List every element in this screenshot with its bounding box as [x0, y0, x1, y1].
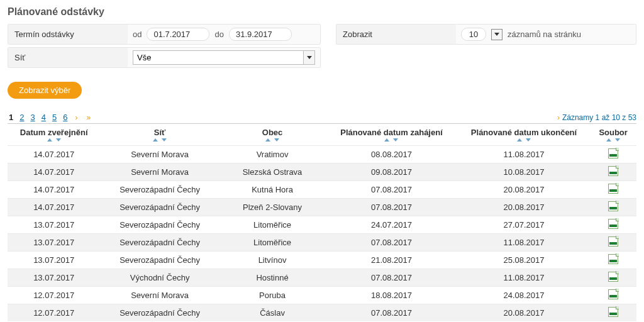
page-title: Plánované odstávky	[8, 6, 636, 18]
col-file-header: Soubor	[592, 128, 634, 137]
sort-pub-asc-icon[interactable]	[47, 138, 52, 142]
excel-file-icon[interactable]	[608, 272, 618, 282]
sort-start-asc-icon[interactable]	[384, 138, 389, 142]
do-label: do	[214, 30, 223, 39]
cell-start: 09.08.2017	[325, 164, 458, 181]
cell-file	[590, 287, 636, 304]
cell-file	[590, 199, 636, 216]
submit-button[interactable]: Zobrazit výběr	[8, 82, 82, 99]
cell-file	[590, 304, 636, 322]
col-pub-header: Datum zveřejnění	[10, 128, 97, 137]
per-page-suffix: záznamů na stránku	[508, 30, 581, 39]
cell-net: Severní Morava	[100, 287, 219, 304]
cell-net: Severní Morava	[100, 164, 219, 181]
pager-next-icon[interactable]: ›	[74, 113, 79, 122]
table-row: 14.07.2017Severozápadní ČechyPlzeň 2-Slo…	[8, 199, 636, 216]
cell-obec: Litvínov	[219, 252, 325, 269]
cell-obec: Čáslav	[219, 304, 325, 322]
table-row: 14.07.2017Severní MoravaSlezská Ostrava0…	[8, 164, 636, 181]
od-label: od	[133, 30, 142, 39]
excel-file-icon[interactable]	[608, 148, 618, 158]
excel-file-icon[interactable]	[608, 184, 618, 194]
per-page-value[interactable]: 10	[461, 28, 486, 41]
date-from-input[interactable]: 01.7.2017	[147, 28, 209, 41]
cell-obec: Litoměřice	[219, 234, 325, 252]
cell-start: 21.08.2017	[325, 252, 458, 269]
cell-start: 18.08.2017	[325, 287, 458, 304]
cell-obec: Poruba	[219, 287, 325, 304]
filter-network: Síť Vše	[8, 47, 321, 68]
cell-file	[590, 146, 636, 164]
cell-net: Severozápadní Čechy	[100, 216, 219, 234]
pager-page-3[interactable]: 3	[30, 113, 35, 122]
date-to-input[interactable]: 31.9.2017	[229, 28, 292, 41]
excel-file-icon[interactable]	[608, 219, 618, 229]
sort-net-asc-icon[interactable]	[153, 138, 158, 142]
sort-pub-desc-icon[interactable]	[56, 138, 61, 142]
table-row: 13.07.2017Severozápadní ČechyLitvínov21.…	[8, 252, 636, 269]
cell-obec: Slezská Ostrava	[219, 164, 325, 181]
pager-last-icon[interactable]: »	[85, 113, 92, 122]
col-net-header: Síť	[103, 128, 216, 137]
col-obec-header: Obec	[222, 128, 323, 137]
cell-pub: 14.07.2017	[8, 146, 100, 164]
col-start-header: Plánované datum zahájení	[328, 128, 455, 137]
sort-end-desc-icon[interactable]	[526, 138, 531, 142]
filter-network-label: Síť	[8, 48, 128, 67]
cell-pub: 14.07.2017	[8, 164, 100, 181]
sort-obec-desc-icon[interactable]	[274, 138, 279, 142]
cell-obec: Vratimov	[219, 146, 325, 164]
cell-end: 11.08.2017	[458, 146, 591, 164]
filter-perpage: Zobrazit 10 záznamů na stránku	[336, 24, 636, 45]
sort-start-desc-icon[interactable]	[393, 138, 398, 142]
cell-obec: Hostinné	[219, 269, 325, 287]
table-row: 13.07.2017Severozápadní ČechyLitoměřice2…	[8, 216, 636, 234]
excel-file-icon[interactable]	[608, 289, 618, 299]
excel-file-icon[interactable]	[608, 236, 618, 247]
filter-term-label: Termín odstávky	[8, 25, 128, 44]
table-row: 13.07.2017Severozápadní ČechyLitoměřice0…	[8, 234, 636, 252]
pager-page-6[interactable]: 6	[63, 113, 67, 122]
cell-obec: Plzeň 2-Slovany	[219, 199, 325, 216]
cell-file	[590, 181, 636, 199]
pager-page-5[interactable]: 5	[52, 113, 57, 122]
excel-file-icon[interactable]	[608, 166, 618, 176]
sort-file-asc-icon[interactable]	[606, 138, 611, 142]
excel-file-icon[interactable]	[608, 201, 618, 211]
pager-page-2[interactable]: 2	[19, 113, 24, 122]
sort-file-desc-icon[interactable]	[615, 138, 620, 142]
sort-end-asc-icon[interactable]	[517, 138, 522, 142]
cell-start: 07.08.2017	[325, 269, 458, 287]
cell-end: 11.08.2017	[458, 234, 591, 252]
cell-end: 25.08.2017	[458, 252, 591, 269]
cell-pub: 14.07.2017	[8, 199, 100, 216]
excel-file-icon[interactable]	[608, 307, 618, 317]
cell-pub: 13.07.2017	[8, 216, 100, 234]
col-end-header: Plánované datum ukončení	[460, 128, 588, 137]
cell-pub: 12.07.2017	[8, 287, 100, 304]
cell-end: 27.07.2017	[458, 216, 591, 234]
sort-obec-asc-icon[interactable]	[265, 138, 270, 142]
table-row: 14.07.2017Severní MoravaVratimov08.08.20…	[8, 146, 636, 164]
cell-pub: 12.07.2017	[8, 304, 100, 322]
cell-file	[590, 269, 636, 287]
excel-file-icon[interactable]	[608, 254, 618, 264]
outage-table: Datum zveřejnění Síť Obec Plánované datu…	[8, 124, 636, 321]
cell-end: 11.08.2017	[458, 269, 591, 287]
cell-net: Severozápadní Čechy	[100, 252, 219, 269]
network-select[interactable]: Vše	[133, 50, 315, 65]
per-page-dropdown-icon[interactable]	[491, 29, 502, 40]
cell-pub: 13.07.2017	[8, 252, 100, 269]
cell-net: Severozápadní Čechy	[100, 234, 219, 252]
cell-end: 20.08.2017	[458, 181, 591, 199]
sort-net-desc-icon[interactable]	[162, 138, 167, 142]
cell-obec: Kutná Hora	[219, 181, 325, 199]
cell-pub: 13.07.2017	[8, 269, 100, 287]
pager-page-4[interactable]: 4	[42, 113, 46, 122]
cell-pub: 14.07.2017	[8, 181, 100, 199]
cell-pub: 13.07.2017	[8, 234, 100, 252]
cell-file	[590, 216, 636, 234]
pager-page-1[interactable]: 1	[9, 113, 13, 122]
cell-file	[590, 252, 636, 269]
cell-net: Severozápadní Čechy	[100, 181, 219, 199]
